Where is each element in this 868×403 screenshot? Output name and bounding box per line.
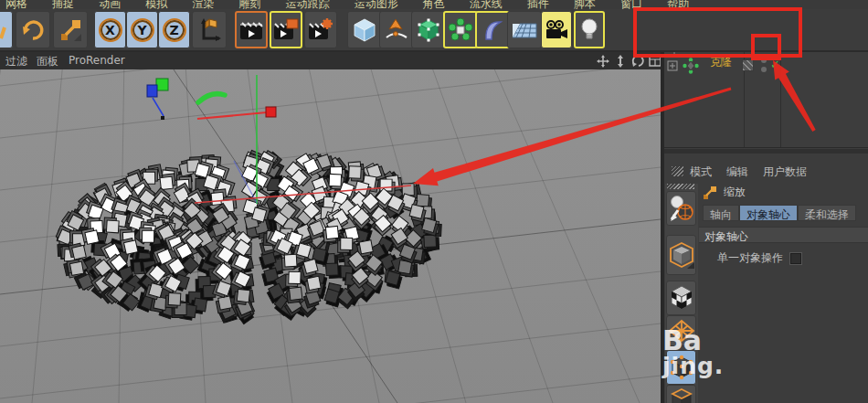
single-object-checkbox[interactable]: [790, 253, 801, 264]
enable-checkmark[interactable]: ✓: [770, 58, 780, 71]
cloner-button[interactable]: [443, 11, 478, 48]
palette-grip-icon[interactable]: [667, 184, 694, 189]
y-axis-lock-button[interactable]: Y: [126, 11, 158, 48]
z-axis-lock-icon: Z: [163, 18, 186, 42]
point-mode-button[interactable]: [666, 350, 696, 385]
make-editable-icon: [669, 195, 694, 222]
tab-object-axis[interactable]: 对象轴心: [739, 205, 798, 221]
palette-grip-icon[interactable]: [672, 166, 683, 176]
attribute-manager-menubar: 模式 编辑 用户数据: [664, 163, 868, 181]
render-settings-icon: [308, 18, 333, 42]
x-axis-lock-button[interactable]: X: [94, 11, 126, 48]
render-picture-viewer-button[interactable]: [270, 11, 302, 48]
render-visibility-dot[interactable]: [761, 67, 767, 72]
camera-icon: [544, 18, 569, 42]
menu-item[interactable]: 帮助: [667, 0, 689, 9]
workplane-mode-button[interactable]: [666, 315, 696, 346]
texture-mode-icon: [669, 284, 694, 312]
option-label: 单一对象操作: [717, 250, 783, 266]
viewport-menu-panel[interactable]: 面板: [37, 54, 58, 69]
light-button[interactable]: [574, 11, 605, 48]
menu-item[interactable]: 网格: [5, 0, 27, 9]
am-menu-edit[interactable]: 编辑: [726, 164, 748, 180]
menu-item[interactable]: 模拟: [145, 0, 167, 9]
render-settings-button[interactable]: [304, 11, 337, 48]
workplane-mode-icon: [668, 319, 695, 343]
viewport-menubar: 过滤 面板 ProRender: [0, 52, 661, 69]
expand-toggle-icon[interactable]: [667, 60, 678, 71]
scale-tool-icon: [58, 17, 83, 43]
menu-item[interactable]: 角色: [423, 0, 445, 9]
zoom-view-icon[interactable]: [613, 54, 627, 68]
render-view-icon: [238, 18, 264, 42]
y-axis-lock-icon: Y: [131, 18, 154, 42]
subdivision-surface-button[interactable]: [411, 11, 446, 48]
cinema4d-window: 网格 捕捉 动画 模拟 渲染 雕刻 运动跟踪 运动图形 角色 流水线 插件 脚本…: [0, 0, 868, 403]
main-toolbar: X Y Z: [0, 9, 868, 52]
menu-item[interactable]: 运动图形: [355, 0, 398, 9]
viewport-menu-prorender[interactable]: ProRender: [69, 54, 125, 67]
edge-mode-button[interactable]: [666, 385, 696, 403]
deformer-icon: [480, 17, 505, 43]
z-axis-lock-button[interactable]: Z: [158, 11, 190, 48]
rotate-tool-button[interactable]: [16, 11, 50, 48]
cloner-object-icon: [683, 58, 699, 74]
object-name-selected[interactable]: 克隆: [710, 55, 732, 70]
attribute-tabs: 轴向 对象轴心 柔和选择: [703, 205, 856, 221]
maximize-view-icon[interactable]: [648, 54, 662, 68]
move-tool-icon: [0, 18, 6, 42]
texture-mode-button[interactable]: [666, 281, 696, 315]
menu-item[interactable]: 流水线: [470, 0, 503, 9]
deformer-button[interactable]: [475, 11, 510, 48]
main-menubar: 网格 捕捉 动画 模拟 渲染 雕刻 运动跟踪 运动图形 角色 流水线 插件 脚本…: [0, 0, 868, 9]
spline-pen-button[interactable]: [379, 11, 414, 48]
menu-item[interactable]: 脚本: [574, 0, 596, 9]
rotate-tool-icon: [20, 17, 46, 43]
3d-viewport[interactable]: [0, 69, 661, 403]
move-tool-button[interactable]: [0, 11, 13, 48]
am-menu-mode[interactable]: 模式: [690, 164, 712, 180]
model-mode-button[interactable]: [666, 235, 696, 275]
scale-tool-small-icon: [703, 186, 717, 200]
menu-item[interactable]: 动画: [99, 0, 121, 9]
add-primitive-cube-button[interactable]: [347, 11, 382, 48]
right-panel: 文件 编辑 查看 对象 标签 书签 圆环 ✓: [661, 9, 868, 403]
scale-tool-button[interactable]: [53, 11, 88, 48]
menu-item[interactable]: 雕刻: [238, 0, 260, 9]
render-picture-viewer-icon: [273, 18, 299, 42]
viewport-menu-filter[interactable]: 过滤: [5, 54, 27, 69]
attribute-manager: 模式 编辑 用户数据: [664, 154, 868, 403]
tab-soft-selection[interactable]: 柔和选择: [798, 205, 856, 221]
pan-view-icon[interactable]: [596, 54, 609, 68]
section-header[interactable]: 对象轴心: [699, 227, 868, 243]
render-view-button[interactable]: [235, 11, 268, 48]
subdivision-surface-icon: [416, 17, 441, 43]
menu-item[interactable]: 捕捉: [52, 0, 74, 9]
menu-item[interactable]: 窗口: [620, 0, 642, 9]
menu-item[interactable]: 渲染: [192, 0, 214, 9]
coordinate-system-button[interactable]: [192, 11, 227, 48]
coordinate-system-icon: [196, 17, 222, 43]
floor-button[interactable]: [507, 11, 542, 48]
spline-pen-icon: [384, 17, 409, 43]
x-axis-lock-icon: X: [99, 18, 122, 42]
viewport-scene-torus: [0, 69, 661, 403]
editor-visibility-dot[interactable]: [761, 58, 767, 63]
primitive-cube-icon: [352, 17, 377, 43]
menu-item[interactable]: 插件: [527, 0, 549, 9]
model-mode-icon: [669, 241, 694, 269]
menu-item[interactable]: 运动跟踪: [286, 0, 330, 9]
object-row-cloner[interactable]: 克隆 ✓: [664, 55, 868, 77]
point-mode-icon: [669, 354, 694, 381]
solo-swatch[interactable]: [742, 59, 754, 71]
camera-button[interactable]: [541, 11, 572, 48]
attribute-content: 缩放 轴向 对象轴心 柔和选择 对象轴心 单一对象操作: [699, 181, 868, 403]
cloner-icon: [448, 17, 473, 43]
tab-axis[interactable]: 轴向: [703, 205, 739, 221]
edge-mode-icon: [669, 387, 694, 403]
floor-icon: [511, 17, 538, 43]
am-menu-userdata[interactable]: 用户数据: [763, 164, 807, 180]
make-editable-button[interactable]: [666, 191, 696, 226]
rotate-view-icon[interactable]: [630, 54, 644, 68]
active-tool-label: 缩放: [724, 185, 746, 200]
